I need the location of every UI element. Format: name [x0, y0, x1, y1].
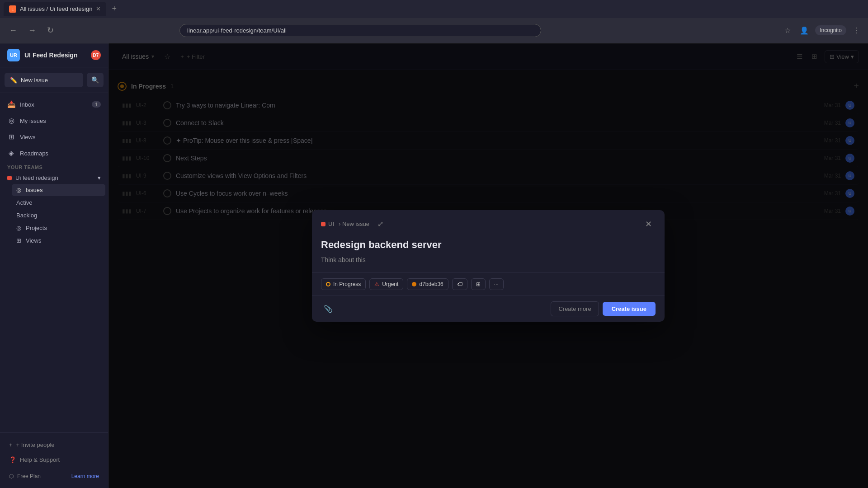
issues-icon: ◎	[16, 187, 21, 193]
new-issue-button[interactable]: ✏️ New issue	[5, 73, 83, 87]
sidebar-label-active: Active	[16, 199, 32, 206]
sidebar-item-backlog[interactable]: Backlog	[12, 209, 105, 221]
priority-tag[interactable]: ⚠ Urgent	[369, 278, 403, 290]
new-issue-icon: ✏️	[10, 77, 17, 84]
user-avatar-badge[interactable]: D7	[91, 50, 101, 60]
sidebar-header: UR UI Feed Redesign D7	[0, 43, 108, 67]
new-tab-button[interactable]: +	[108, 2, 120, 15]
modal-header: UI › New issue ⤢ ✕	[312, 210, 665, 235]
status-tag[interactable]: In Progress	[321, 278, 366, 290]
roadmaps-icon: ◈	[7, 149, 15, 157]
label-tag[interactable]: 🏷	[452, 278, 467, 290]
group-tag[interactable]: ⊞	[471, 278, 486, 290]
inbox-icon: 📥	[7, 100, 15, 108]
modal-team-dot	[321, 222, 326, 226]
search-button[interactable]: 🔍	[87, 73, 104, 87]
tab-bar: L All issues / Ui feed redesign ✕ +	[0, 0, 868, 18]
sidebar-actions: ✏️ New issue 🔍	[0, 67, 108, 93]
new-issue-label: New issue	[21, 77, 48, 84]
browser-chrome: L All issues / Ui feed redesign ✕ + ← → …	[0, 0, 868, 43]
modal-footer: 📎 Create more Create issue	[312, 296, 665, 322]
main-content: All issues ▾ ☆ + + Filter ☰ ⊞ ⊟ View ▾	[108, 43, 868, 488]
sidebar-item-projects[interactable]: ◎ Projects	[12, 222, 105, 234]
sidebar-item-roadmaps[interactable]: ◈ Roadmaps	[3, 145, 105, 161]
invite-label: + Invite people	[16, 441, 55, 448]
sidebar-nav: 📥 Inbox 1 ◎ My issues ⊞ Views ◈ Roadmaps…	[0, 93, 108, 432]
sidebar-item-views-sub[interactable]: ⊞ Views	[12, 235, 105, 247]
modal-team-badge: UI	[321, 221, 334, 227]
sidebar-label-roadmaps: Roadmaps	[20, 150, 48, 157]
modal-expand-button[interactable]: ⤢	[374, 218, 387, 230]
team-arrow: ▾	[98, 174, 101, 181]
sidebar-item-views[interactable]: ⊞ Views	[3, 129, 105, 145]
menu-button[interactable]: ⋮	[850, 24, 863, 37]
create-issue-modal: UI › New issue ⤢ ✕ Redesign backend serv…	[312, 210, 665, 322]
modal-tags: In Progress ⚠ Urgent d7bdeb36 🏷 ⊞	[312, 272, 665, 296]
your-teams-label: Your teams	[3, 162, 105, 172]
invite-icon: +	[9, 441, 13, 448]
sidebar-label-inbox: Inbox	[20, 101, 34, 108]
active-tab[interactable]: L All issues / Ui feed redesign ✕	[4, 2, 106, 16]
hash-color-dot	[412, 282, 416, 286]
priority-tag-label: Urgent	[382, 281, 398, 287]
urgent-icon: ⚠	[374, 281, 379, 287]
more-tags-button[interactable]: ···	[489, 278, 504, 290]
group-icon: ⊞	[476, 281, 481, 287]
projects-icon: ◎	[16, 225, 21, 231]
sidebar-item-inbox[interactable]: 📥 Inbox 1	[3, 97, 105, 112]
modal-team-label: UI	[328, 221, 334, 227]
team-avatar: UR	[7, 49, 20, 61]
tab-title: All issues / Ui feed redesign	[20, 5, 92, 12]
sidebar-label-backlog: Backlog	[16, 212, 37, 219]
modal-description[interactable]: Think about this	[312, 254, 665, 272]
sub-nav: ◎ Issues Active Backlog ◎ Projects ⊞ Vie…	[3, 184, 105, 247]
sidebar-item-issues[interactable]: ◎ Issues	[12, 184, 105, 196]
sidebar-item-active[interactable]: Active	[12, 197, 105, 209]
star-button[interactable]: ☆	[782, 24, 793, 37]
learn-more-link[interactable]: Learn more	[71, 473, 99, 479]
free-plan-info: ⬡ Free Plan Learn more	[5, 470, 104, 483]
team-dot	[7, 176, 12, 180]
hash-tag[interactable]: d7bdeb36	[407, 278, 448, 290]
invite-people-button[interactable]: + + Invite people	[5, 438, 104, 451]
plan-icon: ⬡	[9, 473, 14, 479]
team-name: UI Feed Redesign	[24, 52, 86, 59]
team-section-label: Ui feed redesign	[15, 174, 94, 181]
refresh-button[interactable]: ↻	[43, 23, 57, 37]
modal-breadcrumb: › New issue	[339, 221, 369, 227]
profile-icon-button[interactable]: 👤	[797, 24, 811, 37]
sidebar-label-views-sub: Views	[26, 237, 41, 244]
modal-title[interactable]: Redesign backend server	[312, 235, 665, 254]
create-more-button[interactable]: Create more	[551, 301, 599, 316]
tab-favicon: L	[9, 5, 16, 13]
team-section-header[interactable]: Ui feed redesign ▾	[3, 172, 105, 184]
sidebar-item-my-issues[interactable]: ◎ My issues	[3, 113, 105, 128]
sidebar-label-views: Views	[20, 134, 35, 141]
browser-navigation: ← → ↻ linear.app/ui-feed-redesign/team/U…	[0, 18, 868, 43]
modal-overlay[interactable]: UI › New issue ⤢ ✕ Redesign backend serv…	[108, 43, 868, 488]
status-tag-label: In Progress	[333, 281, 361, 287]
inbox-badge: 1	[92, 101, 101, 108]
sidebar: UR UI Feed Redesign D7 ✏️ New issue 🔍 📥 …	[0, 43, 108, 488]
tab-close-button[interactable]: ✕	[96, 5, 101, 12]
attach-button[interactable]: 📎	[321, 302, 335, 316]
sidebar-label-projects: Projects	[26, 225, 47, 231]
help-icon: ❓	[9, 456, 16, 463]
incognito-badge: Incognito	[815, 25, 846, 35]
forward-button[interactable]: →	[24, 24, 40, 37]
views-sub-icon: ⊞	[16, 237, 21, 244]
modal-close-button[interactable]: ✕	[642, 217, 656, 231]
plan-label: Free Plan	[17, 473, 41, 479]
address-bar[interactable]: linear.app/ui-feed-redesign/team/UI/all	[179, 24, 541, 37]
nav-right: ☆ 👤 Incognito ⋮	[782, 24, 863, 37]
views-icon: ⊞	[7, 133, 15, 141]
hash-tag-label: d7bdeb36	[419, 281, 443, 287]
help-support-button[interactable]: ❓ Help & Support	[5, 453, 104, 466]
create-issue-button[interactable]: Create issue	[603, 302, 656, 316]
status-dot	[326, 282, 330, 286]
my-issues-icon: ◎	[7, 117, 15, 125]
label-icon: 🏷	[457, 281, 462, 287]
sidebar-bottom: + + Invite people ❓ Help & Support ⬡ Fre…	[0, 432, 108, 488]
url-text: linear.app/ui-feed-redesign/team/UI/all	[187, 27, 287, 34]
back-button[interactable]: ←	[5, 24, 21, 37]
